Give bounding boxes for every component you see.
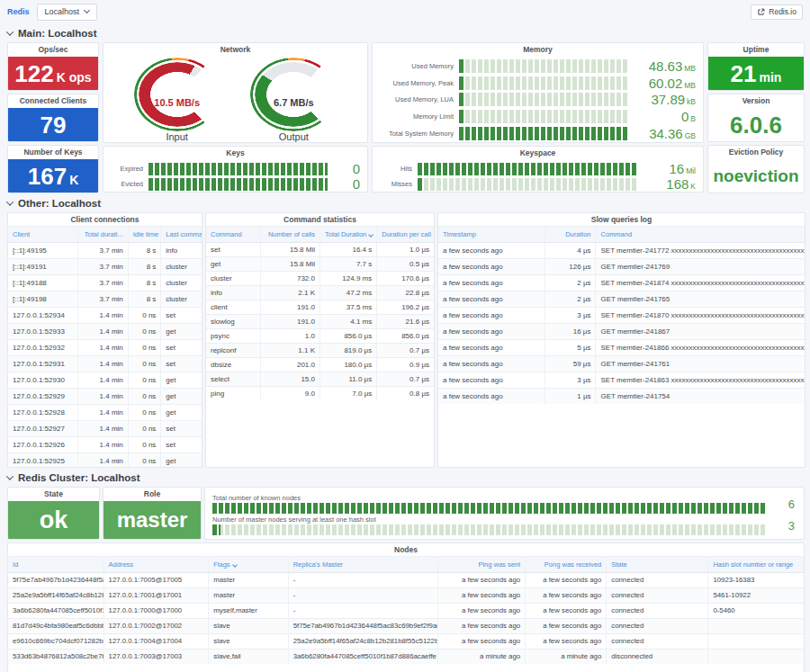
table-cell: 0.9 µs [377, 357, 434, 372]
bar-gauge-label: Total System Memory [376, 130, 454, 138]
panel-title: Version [708, 94, 804, 108]
section-header-cluster[interactable]: Redis Cluster: Localhost [7, 471, 803, 483]
bar-gauge-track [459, 59, 629, 73]
redis-io-link[interactable]: Redis.io [751, 4, 803, 20]
bar-gauge-track [418, 163, 636, 175]
panel-keys: Keys Expired0Evicted0 [103, 146, 368, 193]
bar-gauge-fill [148, 178, 328, 191]
column-header-command[interactable]: Command [596, 227, 805, 242]
table-cell: 533d63b4876812a508c2be7be... [8, 649, 104, 664]
bar-gauge-fill [212, 503, 766, 514]
table-cell: cluster [206, 271, 261, 285]
column-header-pong-was-received[interactable]: Pong was received [526, 557, 607, 572]
table-cell: SET memtier-241874 xxxxxxxxxxxxxxxxxxxxx… [596, 274, 805, 291]
dashboard-dropdown[interactable]: Localhost [37, 4, 98, 21]
panel-slow-queries-log: Slow queries log TimestampDurationComman… [437, 212, 806, 468]
column-header-flags[interactable]: Flags [209, 557, 288, 572]
table-cell: dbsize [206, 357, 261, 372]
table-cell: 2.1 K [261, 285, 320, 300]
table-cell: connected [607, 587, 708, 603]
table-cell: get [206, 256, 261, 271]
data-table: ClientTotal durati...Idle timeLast comma… [8, 227, 202, 468]
section-header-other[interactable]: Other: Localhost [7, 197, 803, 209]
table-header-row: IdAddressFlagsReplica's MasterPing was s… [8, 557, 804, 572]
table-row: dbsize201.0180.0 µs0.9 µs [206, 357, 434, 372]
bar-gauge-value: 0B [634, 109, 696, 124]
table-cell: SET memtier-241772 xxxxxxxxxxxxxxxxxxxxx… [596, 242, 805, 258]
bar-gauge-row: Misses168K [376, 176, 696, 192]
table-cell: GET memtier-241761 [596, 355, 805, 372]
column-header-number-of-calls[interactable]: Number of calls [261, 227, 320, 242]
panel-title: Role [104, 488, 201, 501]
table-cell: get [161, 323, 202, 339]
table-cell: 3.7 min [77, 242, 128, 258]
table-row: [::1]:491983.7 min8 scluster [8, 291, 202, 307]
table-cell: GET memtier-241769 [596, 258, 805, 274]
panel-keyspace: Keyspace Hits16MilMisses168K [372, 146, 704, 193]
table-cell: 25a2e9a5bff14f65af24c8b12b... [8, 587, 104, 603]
bar-gauge-track [212, 503, 766, 514]
table-cell: 0 ns [128, 452, 161, 468]
bar-gauge-label: Used Memory, LUA [376, 95, 454, 103]
column-header-idle-time[interactable]: Idle time [128, 227, 161, 242]
column-header-duration[interactable]: Duration [544, 227, 596, 242]
column-header-replica-s-master[interactable]: Replica's Master [288, 557, 437, 572]
bar-gauge-fill [148, 163, 328, 175]
gauge-input: 10.5 MB/sInput [134, 58, 220, 142]
table-row: cluster732.0124.9 ms170.6 µs [206, 271, 434, 285]
table-cell: e9610c869bc704dcf071282b4... [8, 633, 104, 649]
main-panel-grid: Ops/sec 122K ops Connected Clients 79 Nu… [7, 42, 805, 193]
table-cell: 127.0.0.1:7000@17000 [104, 603, 209, 618]
table-cell: a few seconds ago [438, 274, 544, 291]
section-header-main[interactable]: Main: Localhost [7, 27, 803, 39]
table-row: 127.0.0.1:529291.4 min0 nsget [8, 388, 202, 404]
column-header-state[interactable]: State [607, 557, 708, 572]
bar-gauge-value: 6 [773, 497, 795, 511]
bar-gauge-fill [418, 178, 423, 191]
panel-title: Uptime [708, 43, 804, 57]
table-cell: a few seconds ago [438, 355, 544, 372]
table-cell: 180.0 µs [320, 357, 376, 372]
table-cell: 3.7 min [77, 291, 128, 307]
column-header-last-command[interactable]: Last command [161, 227, 202, 242]
table-row: get15.8 Mil7.7 s0.5 µs [206, 256, 434, 271]
table-row: client191.037.5 ms196.2 µs [206, 300, 434, 314]
table-cell: 170.6 µs [377, 271, 434, 285]
column-header-total-durati-[interactable]: Total durati... [77, 227, 128, 242]
table-row: 5f75e7ab4967b1d4236448f5a...127.0.0.1:70… [8, 572, 804, 587]
column-header-timestamp[interactable]: Timestamp [438, 227, 544, 242]
table-row: 127.0.0.1:529321.4 min0 nsset [8, 339, 202, 355]
bar-gauge-value: 34.36GB [634, 126, 696, 141]
chevron-down-icon [6, 472, 14, 479]
table-cell: 0 ns [128, 307, 161, 323]
table-header-row: CommandNumber of callsTotal DurationDura… [206, 227, 434, 242]
table-cell: 25a2e9a5bff14f65af24c8b12b281b8f55c5122b [288, 633, 437, 649]
column-header-command[interactable]: Command [206, 227, 261, 242]
version-stat-value: 6.0.6 [708, 108, 804, 141]
table-cell: 191.0 [261, 300, 320, 314]
table-cell: 191.0 [261, 314, 320, 328]
memory-column: Memory Used Memory48.63MBUsed Memory, Pe… [372, 42, 704, 193]
column-header-address[interactable]: Address [104, 557, 209, 572]
dashboard-name: Localhost [45, 7, 80, 16]
table-cell: master [209, 587, 288, 603]
panel-title: Slow queries log [438, 213, 805, 227]
table-cell: 1.0 µs [377, 242, 434, 256]
bar-gauge-unit: K [690, 182, 696, 191]
column-header-duration-per-call[interactable]: Duration per call [377, 227, 434, 242]
table-cell: 8 s [128, 274, 161, 291]
panel-number-of-keys: Number of Keys 167K [7, 145, 99, 193]
table-cell: SET memtier-241863 xxxxxxxxxxxxxxxxxxxxx… [596, 372, 805, 388]
bar-gauge-track [459, 110, 629, 123]
data-table: CommandNumber of callsTotal DurationDura… [206, 227, 434, 400]
column-header-ping-was-sent[interactable]: Ping was sent [437, 557, 525, 572]
table-cell: 5461-10922 [708, 587, 804, 603]
column-header-total-duration[interactable]: Total Duration [320, 227, 376, 242]
bar-gauge-fill [459, 59, 464, 73]
column-header-hash-slot-number-or-range[interactable]: Hash slot number or range [708, 557, 804, 572]
column-header-client[interactable]: Client [8, 227, 77, 242]
stat-number: ok [40, 508, 68, 533]
column-header-id[interactable]: Id [8, 557, 104, 572]
breadcrumb-app[interactable]: Redis [7, 7, 30, 16]
table-cell: get [161, 404, 202, 420]
